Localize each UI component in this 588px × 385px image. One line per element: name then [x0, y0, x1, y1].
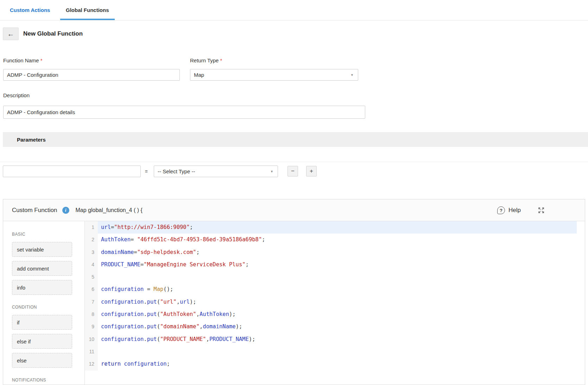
arrow-left-icon: ←: [7, 30, 14, 38]
function-signature: Map global_function_4 ( ) {: [76, 207, 143, 213]
return-type-select[interactable]: Map ▼: [190, 69, 358, 81]
code-line-8[interactable]: 8configuration.put("AuthToken",AuthToken…: [85, 308, 585, 321]
code-line-11[interactable]: 11: [85, 346, 585, 358]
code-area[interactable]: 1url="http://win7-1866:9090";2AuthToken=…: [85, 221, 585, 385]
line-number: 4: [85, 259, 98, 271]
tab-bar: Custom Actions Global Functions: [0, 0, 588, 20]
help-button[interactable]: Help: [508, 207, 521, 214]
chevron-down-icon: ▼: [350, 73, 354, 77]
return-type-value: Map: [194, 72, 204, 78]
line-number: 2: [85, 234, 98, 246]
code-text: configuration = Map();: [98, 283, 577, 296]
snippet-if[interactable]: if: [12, 315, 72, 330]
line-number: 8: [85, 308, 98, 321]
code-line-10[interactable]: 10configuration.put("PRODUCT_NAME",PRODU…: [85, 333, 585, 346]
help-icon[interactable]: ?: [497, 206, 505, 214]
code-line-9[interactable]: 9configuration.put("domainName",domainNa…: [85, 321, 585, 333]
code-text: configuration.put("url",url);: [98, 296, 577, 308]
code-line-5[interactable]: 5: [85, 271, 585, 283]
return-type-label-text: Return Type: [190, 57, 219, 63]
tab-custom-actions[interactable]: Custom Actions: [10, 0, 50, 20]
code-text: domainName="sdp-helpdesk.com";: [98, 246, 577, 259]
editor-body: BASICset variableadd commentinfoCONDITIO…: [3, 221, 585, 385]
page-title: New Global Function: [23, 30, 83, 37]
global-function-page: Custom Actions Global Functions ← New Gl…: [0, 0, 588, 385]
back-button[interactable]: ←: [3, 27, 19, 40]
parameter-type-select[interactable]: -- Select Type -- ▼: [154, 166, 278, 177]
chevron-down-icon: ▼: [270, 170, 273, 173]
code-line-4[interactable]: 4PRODUCT_NAME="ManageEngine ServiceDesk …: [85, 259, 585, 271]
snippet-add-comment[interactable]: add comment: [12, 261, 72, 276]
code-text: [98, 271, 577, 283]
fullscreen-expand-icon[interactable]: [538, 207, 545, 214]
code-line-7[interactable]: 7configuration.put("url",url);: [85, 296, 585, 308]
code-line-12[interactable]: 12return configuration;: [85, 358, 585, 370]
equals-sign: =: [145, 169, 148, 174]
description-input[interactable]: [3, 106, 365, 119]
line-number: 6: [85, 283, 98, 296]
line-number: 10: [85, 333, 98, 346]
line-number: 1: [85, 221, 98, 234]
code-text: PRODUCT_NAME="ManageEngine ServiceDesk P…: [98, 259, 577, 271]
function-name-label-text: Function Name: [3, 57, 39, 63]
return-type-label: Return Type*: [190, 57, 222, 63]
custom-function-title: Custom Function: [12, 207, 57, 214]
required-asterisk: *: [220, 57, 222, 63]
line-number: 9: [85, 321, 98, 333]
code-line-3[interactable]: 3domainName="sdp-helpdesk.com";: [85, 246, 585, 259]
scrollbar-track[interactable]: [577, 221, 585, 385]
sidebar-group-label-notifications: NOTIFICATIONS: [12, 378, 84, 383]
description-label: Description: [3, 92, 30, 98]
code-text: AuthToken= "46ffd51c-4bd7-4953-86ed-39a5…: [98, 234, 577, 246]
line-number: 12: [85, 358, 98, 370]
snippet-else[interactable]: else: [12, 353, 72, 368]
parameters-title: Parameters: [17, 137, 46, 143]
remove-parameter-button[interactable]: −: [287, 166, 298, 176]
line-number: 3: [85, 246, 98, 259]
code-text: [98, 346, 577, 358]
code-text: configuration.put("AuthToken",AuthToken)…: [98, 308, 577, 321]
divider: [0, 162, 588, 162]
custom-function-header: Custom Function i Map global_function_4 …: [3, 199, 585, 221]
sidebar-group-label-condition: CONDITION: [12, 305, 84, 310]
parameter-name-input[interactable]: [3, 166, 141, 177]
add-parameter-button[interactable]: +: [306, 166, 317, 176]
info-icon[interactable]: i: [62, 207, 69, 214]
code-line-1[interactable]: 1url="http://win7-1866:9090";: [85, 221, 585, 234]
code-text: return configuration;: [98, 358, 577, 370]
function-name-input[interactable]: [3, 69, 180, 81]
snippet-set-variable[interactable]: set variable: [12, 242, 72, 257]
line-number: 11: [85, 346, 98, 358]
code-text: url="http://win7-1866:9090";: [98, 221, 577, 234]
sidebar-group-label-basic: BASIC: [12, 232, 84, 237]
parameters-section-header: Parameters: [3, 132, 588, 147]
custom-function-panel: Custom Function i Map global_function_4 …: [3, 199, 585, 385]
line-number: 7: [85, 296, 98, 308]
snippet-info[interactable]: info: [12, 280, 72, 295]
tab-global-functions[interactable]: Global Functions: [60, 0, 115, 20]
code-text: configuration.put("PRODUCT_NAME",PRODUCT…: [98, 333, 577, 346]
code-line-2[interactable]: 2AuthToken= "46ffd51c-4bd7-4953-86ed-39a…: [85, 234, 585, 246]
code-line-6[interactable]: 6configuration = Map();: [85, 283, 585, 296]
editor-sidebar: BASICset variableadd commentinfoCONDITIO…: [3, 221, 85, 385]
panel-header-actions: ? Help: [497, 199, 585, 221]
line-number: 5: [85, 271, 98, 283]
parameter-type-value: -- Select Type --: [158, 168, 195, 174]
snippet-else-if[interactable]: else if: [12, 334, 72, 349]
code-text: configuration.put("domainName",domainNam…: [98, 321, 577, 333]
required-asterisk: *: [40, 57, 43, 63]
function-name-label: Function Name*: [3, 57, 43, 63]
